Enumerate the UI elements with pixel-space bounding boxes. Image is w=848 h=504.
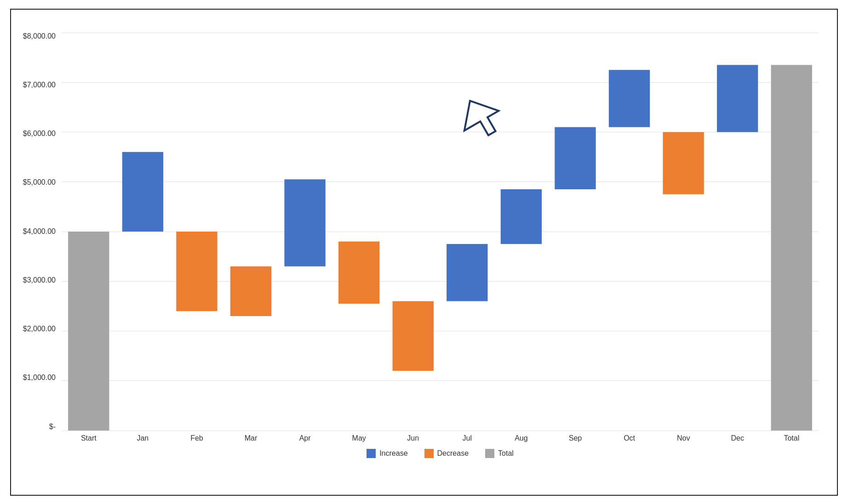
bar-rect	[555, 127, 596, 189]
bar-rect	[771, 65, 812, 430]
bar-rect	[284, 179, 325, 266]
x-axis-label: Total	[765, 434, 819, 442]
y-axis-label: $7,000.00	[13, 81, 59, 89]
grid-line	[62, 430, 819, 431]
x-axis-label: Jul	[440, 434, 494, 442]
legend-color-box	[424, 449, 434, 458]
x-axis-label: May	[332, 434, 386, 442]
bar-rect	[663, 132, 704, 194]
legend-item: Increase	[367, 449, 407, 458]
y-axis-label: $-	[13, 423, 59, 430]
chart-area: $-$1,000.00$2,000.00$3,000.00$4,000.00$5…	[62, 33, 819, 430]
legend-color-box	[367, 449, 376, 458]
bar-rect	[230, 266, 271, 316]
x-axis-label: Dec	[710, 434, 765, 442]
x-axis-label: Sep	[548, 434, 602, 442]
x-axis-label: Jun	[386, 434, 440, 442]
x-axis-label: Apr	[278, 434, 332, 442]
legend-item: Total	[485, 449, 514, 458]
legend-label: Increase	[379, 449, 407, 458]
bar-rect	[176, 232, 217, 311]
y-axis-label: $8,000.00	[13, 33, 59, 40]
x-axis-label: Nov	[656, 434, 710, 442]
bar-rect	[609, 70, 650, 127]
y-axis-label: $1,000.00	[13, 374, 59, 381]
bar-rect	[122, 152, 163, 231]
legend-item: Decrease	[424, 449, 469, 458]
bar-rect	[501, 189, 542, 244]
bar-rect	[717, 65, 758, 132]
y-axis: $-$1,000.00$2,000.00$3,000.00$4,000.00$5…	[13, 33, 59, 430]
x-axis: StartJanFebMarAprMayJunJulAugSepOctNovDe…	[62, 434, 819, 442]
x-axis-label: Feb	[170, 434, 224, 442]
x-axis-label: Jan	[116, 434, 170, 442]
legend-label: Total	[498, 449, 514, 458]
bar-rect	[338, 241, 379, 303]
y-axis-label: $3,000.00	[13, 277, 59, 284]
bar-rect	[393, 301, 434, 371]
y-axis-label: $2,000.00	[13, 325, 59, 333]
x-axis-label: Mar	[224, 434, 278, 442]
bar-rect	[68, 232, 109, 430]
x-axis-label: Aug	[494, 434, 549, 442]
y-axis-label: $6,000.00	[13, 130, 59, 137]
grid-and-bars	[62, 33, 819, 430]
x-axis-label: Start	[62, 434, 116, 442]
legend: IncreaseDecreaseTotal	[62, 449, 819, 458]
legend-label: Decrease	[437, 449, 469, 458]
y-axis-label: $5,000.00	[13, 179, 59, 186]
legend-color-box	[485, 449, 494, 458]
bar-rect	[447, 244, 487, 301]
bars-svg	[62, 33, 819, 430]
y-axis-label: $4,000.00	[13, 228, 59, 235]
x-axis-label: Oct	[602, 434, 657, 442]
chart-container: $-$1,000.00$2,000.00$3,000.00$4,000.00$5…	[10, 9, 838, 496]
